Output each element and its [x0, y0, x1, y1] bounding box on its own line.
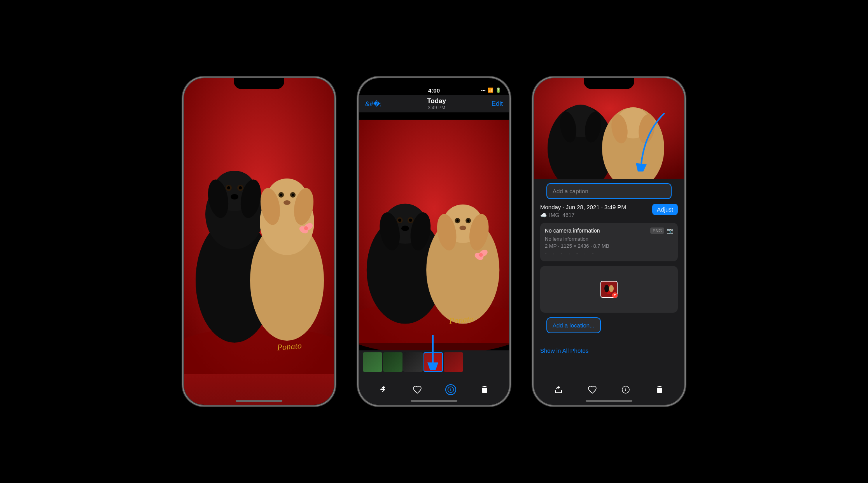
svg-point-69: [609, 285, 614, 292]
caption-input[interactable]: Add a caption: [546, 183, 672, 199]
camera-info-card: No camera information PNG 📷 No lens info…: [540, 223, 678, 261]
photo-area-2[interactable]: Ponato: [359, 112, 509, 350]
home-indicator-3: [586, 400, 632, 402]
home-indicator-2: [411, 400, 457, 402]
caption-section: Add a caption: [540, 183, 678, 199]
info-button-highlighted[interactable]: [445, 384, 456, 395]
signal-icon: ▪▪▪: [481, 88, 486, 93]
favorite-button-3[interactable]: [587, 384, 598, 395]
delete-button-3[interactable]: [654, 384, 665, 395]
svg-point-37: [409, 219, 412, 222]
photo-fullscreen-1: Ponato: [184, 78, 334, 405]
arrow-indicator-caption: [634, 109, 672, 173]
svg-point-36: [398, 219, 401, 222]
lens-info: No lens information: [545, 236, 673, 242]
svg-point-48: [456, 219, 458, 222]
time-display: 4:00: [428, 87, 440, 94]
back-button[interactable]: &#�;: [365, 100, 382, 108]
edit-button[interactable]: Edit: [492, 100, 503, 108]
svg-point-23: [280, 194, 282, 196]
svg-point-68: [604, 285, 609, 292]
battery-icon: 🔋: [495, 88, 501, 93]
svg-point-50: [459, 226, 466, 230]
svg-point-20: [304, 226, 308, 230]
svg-rect-70: [555, 390, 556, 393]
file-type-badge: PNG: [650, 228, 664, 234]
map-thumbnail: ♥: [600, 281, 618, 298]
phone-1: Ponato: [183, 77, 335, 406]
svg-point-10: [227, 186, 230, 189]
dog-illustration-1: Ponato: [184, 78, 334, 374]
nav-bar-2: &#�; Today 3:49 PM Edit: [359, 95, 509, 112]
svg-rect-53: [380, 389, 385, 390]
wifi-icon: 📶: [488, 88, 494, 93]
svg-point-49: [467, 219, 469, 222]
favorite-button[interactable]: [412, 384, 423, 395]
share-button-3[interactable]: [553, 384, 564, 395]
photo-specs: 2 MP · 1125 × 2436 · 8.7 MB: [545, 243, 673, 249]
camera-info-title: No camera information: [545, 228, 600, 234]
svg-rect-75: [625, 389, 626, 391]
camera-icon: 📷: [667, 228, 673, 234]
dog-photo-1: Ponato: [184, 78, 334, 405]
icloud-icon: ☁️: [540, 212, 547, 218]
add-location-button[interactable]: Add a location...: [546, 317, 601, 333]
svg-point-12: [231, 194, 238, 200]
camera-info-header: No camera information PNG 📷: [545, 228, 673, 234]
phone-2: 4:00 ▪▪▪ 📶 🔋 &#�; Today 3:49 PM Edit: [358, 77, 510, 406]
filmstrip-thumb-1[interactable]: [363, 352, 382, 372]
info-section: Monday · Jun 28, 2021 · 3:49 PM ☁️ IMG_4…: [534, 199, 684, 223]
nav-subtitle: 3:49 PM: [427, 105, 446, 110]
info-button-3[interactable]: [620, 384, 631, 395]
filmstrip-thumb-2[interactable]: [383, 352, 402, 372]
svg-point-74: [625, 388, 626, 388]
filmstrip-thumb-5[interactable]: [444, 352, 463, 372]
svg-point-38: [401, 226, 409, 231]
svg-point-11: [239, 186, 242, 189]
camera-dashes: - · - · - · -: [545, 250, 673, 257]
arrow-indicator-info: [419, 331, 446, 372]
svg-point-25: [284, 200, 290, 205]
phone-3: Add a caption Monday · Jun 28, 2021 · 3:…: [533, 77, 685, 406]
svg-rect-71: [561, 390, 562, 393]
location-section: Add a location...: [540, 317, 678, 338]
delete-button[interactable]: [479, 384, 490, 395]
photo-top-3: [534, 78, 684, 179]
show-all-photos-link[interactable]: Show in All Photos: [534, 343, 684, 359]
share-button[interactable]: [378, 384, 389, 395]
dog-photo-2: Ponato: [359, 112, 509, 350]
status-bar-2: 4:00 ▪▪▪ 📶 🔋: [359, 78, 509, 95]
svg-rect-72: [555, 392, 562, 393]
home-indicator-1: [236, 400, 282, 402]
nav-title: Today: [427, 97, 446, 105]
nav-title-block: Today 3:49 PM: [427, 97, 446, 110]
svg-point-24: [292, 194, 294, 196]
adjust-button[interactable]: Adjust: [652, 204, 678, 215]
map-area: ♥: [540, 266, 678, 313]
svg-point-45: [479, 253, 483, 257]
svg-point-2: [184, 327, 334, 374]
